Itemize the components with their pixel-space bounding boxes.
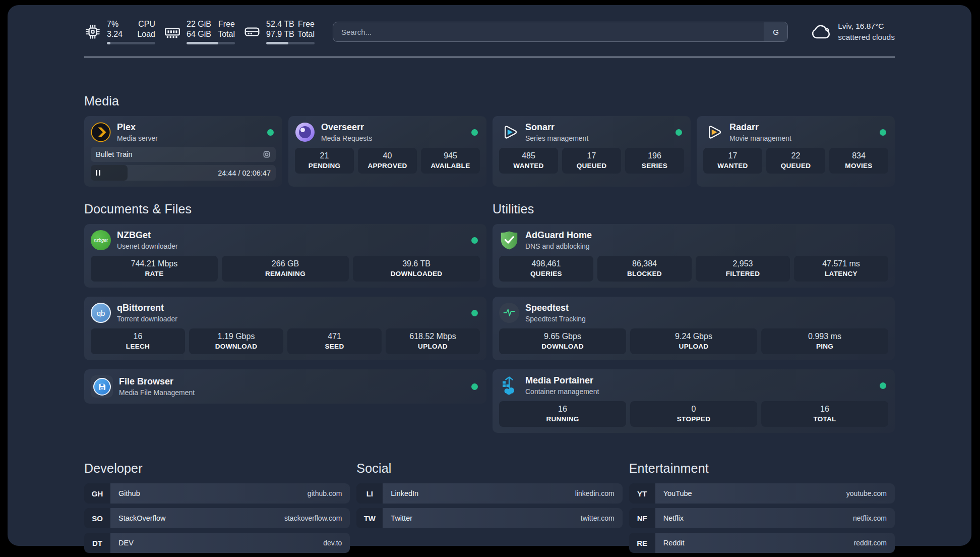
app-card-portainer[interactable]: Media Portainer Container management 16 … xyxy=(493,369,895,433)
weather-location-temp: Lviv, 16.87°C xyxy=(838,21,895,32)
playback-time: 24:44 / 02:06:47 xyxy=(218,169,271,177)
app-card-nzbget[interactable]: nzbget NZBGet Usenet downloader 744.21 M… xyxy=(84,224,486,288)
stat-tile: 1.19 Gbps DOWNLOAD xyxy=(189,328,283,354)
stat-tile: 945 AVAILABLE xyxy=(421,148,480,174)
app-card-overseerr[interactable]: Overseerr Media Requests 21 PENDING 40 A… xyxy=(288,116,486,187)
search-engine-button[interactable]: G xyxy=(764,22,787,41)
floppy-icon xyxy=(98,382,106,391)
section-media: Media Plex Media server B xyxy=(84,94,895,187)
stat-tile: 9.24 Gbps UPLOAD xyxy=(630,328,757,354)
app-title: Sonarr xyxy=(525,122,669,133)
app-subtitle: Usenet downloader xyxy=(117,242,465,250)
bookmark-dev[interactable]: DT DEV dev.to xyxy=(84,533,350,553)
memory-free-value: 22 GiB xyxy=(187,19,211,29)
qbittorrent-icon: qb xyxy=(91,303,111,323)
portainer-icon xyxy=(499,375,519,396)
stat-tile: 21 PENDING xyxy=(295,148,354,174)
bookmark-abbr: TW xyxy=(356,508,383,528)
section-title-social: Social xyxy=(356,461,622,476)
bookmark-twitter[interactable]: TW Twitter twitter.com xyxy=(356,508,622,528)
app-card-radarr[interactable]: Radarr Movie management 17 WANTED 22 QUE… xyxy=(697,116,895,187)
topbar: 7% 3.24 CPU Load xyxy=(84,19,895,44)
storage-total-label: Total xyxy=(297,29,315,39)
bookmark-url: linkedin.com xyxy=(575,489,615,497)
cloud-icon xyxy=(810,23,831,41)
stat-tile: 196 SERIES xyxy=(625,148,684,174)
stat-tile: 16 LEECH xyxy=(91,328,185,354)
cpu-stat: 7% 3.24 CPU Load xyxy=(84,19,155,44)
cpu-progress-fill xyxy=(107,42,110,44)
app-card-qbittorrent[interactable]: qb qBittorrent Torrent downloader 16 LEE… xyxy=(84,297,486,360)
player-settings-icon[interactable] xyxy=(263,150,271,158)
adguard-icon xyxy=(499,230,519,250)
storage-stat: 52.4 TB 97.9 TB Free Total xyxy=(243,19,315,44)
bookmark-name: Github xyxy=(118,489,140,497)
bookmark-url: twitter.com xyxy=(581,514,615,522)
app-card-filebrowser[interactable]: File Browser Media File Management xyxy=(84,369,486,404)
stat-tile: 16 TOTAL xyxy=(761,401,888,427)
bookmark-abbr: RE xyxy=(629,533,655,553)
stat-tile: 744.21 Mbps RATE xyxy=(91,256,218,282)
bookmark-github[interactable]: GH Github github.com xyxy=(84,483,350,504)
stat-tile: 485 WANTED xyxy=(499,148,558,174)
search-input[interactable] xyxy=(333,22,764,41)
app-card-adguard[interactable]: AdGuard Home DNS and adblocking 498,461 … xyxy=(493,224,895,288)
bookmark-url: stackoverflow.com xyxy=(284,514,342,522)
app-subtitle: Media Requests xyxy=(321,134,465,142)
cpu-icon xyxy=(84,23,101,40)
bookmark-name: Reddit xyxy=(663,539,685,547)
stat-tile: 17 WANTED xyxy=(703,148,762,174)
cpu-progress-bar xyxy=(107,42,155,44)
bookmark-url: youtube.com xyxy=(846,489,887,497)
app-title: Media Portainer xyxy=(525,375,874,386)
topbar-divider xyxy=(84,57,895,58)
pause-icon[interactable] xyxy=(96,170,100,176)
cpu-load-value: 3.24 xyxy=(107,29,122,39)
bookmark-name: Twitter xyxy=(391,514,412,522)
section-social: Social LI LinkedIn linkedin.com TW Twitt… xyxy=(356,461,622,557)
status-dot xyxy=(880,129,886,136)
plex-now-playing: Bullet Train 24:44 / 02:06:47 xyxy=(91,147,276,181)
stat-tile: 16 RUNNING xyxy=(499,401,626,427)
storage-free-value: 52.4 TB xyxy=(266,19,294,29)
section-utilities: Utilities AdGuard Home xyxy=(493,202,895,433)
bookmark-netflix[interactable]: NF Netflix netflix.com xyxy=(629,508,895,528)
nzbget-icon: nzbget xyxy=(91,230,111,250)
storage-total-value: 97.9 TB xyxy=(266,29,294,39)
section-title-utilities: Utilities xyxy=(493,202,895,216)
bookmark-name: DEV xyxy=(118,539,134,547)
memory-free-label: Free xyxy=(218,19,235,29)
bookmark-name: YouTube xyxy=(663,489,692,497)
storage-icon xyxy=(243,23,261,40)
bookmark-abbr: SO xyxy=(84,508,110,528)
bookmark-abbr: DT xyxy=(84,533,110,553)
system-stats: 7% 3.24 CPU Load xyxy=(84,19,315,44)
app-subtitle: DNS and adblocking xyxy=(525,242,888,250)
cpu-load-label: Load xyxy=(137,29,155,39)
bookmark-name: LinkedIn xyxy=(391,489,418,497)
bookmark-url: reddit.com xyxy=(854,539,887,547)
stat-tile: 0 STOPPED xyxy=(630,401,757,427)
app-title: Radarr xyxy=(729,122,874,133)
bookmark-url: github.com xyxy=(308,489,342,497)
storage-progress-fill xyxy=(266,42,288,44)
section-title-documents: Documents & Files xyxy=(84,202,486,216)
overseerr-icon xyxy=(295,122,315,142)
bookmark-stackoverflow[interactable]: SO StackOverflow stackoverflow.com xyxy=(84,508,350,528)
bookmark-reddit[interactable]: RE Reddit reddit.com xyxy=(629,533,895,553)
app-card-sonarr[interactable]: Sonarr Series management 485 WANTED 17 Q… xyxy=(493,116,691,187)
section-entertainment: Entertainment YT YouTube youtube.com NF … xyxy=(629,461,895,557)
app-subtitle: Torrent downloader xyxy=(117,315,465,323)
bookmark-abbr: NF xyxy=(629,508,655,528)
app-card-speedtest[interactable]: Speedtest Speedtest Tracking 9.65 Gbps D… xyxy=(493,297,895,360)
memory-stat: 22 GiB 64 GiB Free Total xyxy=(164,19,235,44)
bookmark-url: netflix.com xyxy=(853,514,887,522)
bookmark-linkedin[interactable]: LI LinkedIn linkedin.com xyxy=(356,483,622,504)
status-dot xyxy=(880,382,886,389)
app-card-plex[interactable]: Plex Media server Bullet Train xyxy=(84,116,282,187)
memory-total-value: 64 GiB xyxy=(187,29,211,39)
now-playing-title: Bullet Train xyxy=(96,150,133,158)
section-title-developer: Developer xyxy=(84,461,350,476)
bookmark-youtube[interactable]: YT YouTube youtube.com xyxy=(629,483,895,504)
bookmark-abbr: YT xyxy=(629,483,655,504)
